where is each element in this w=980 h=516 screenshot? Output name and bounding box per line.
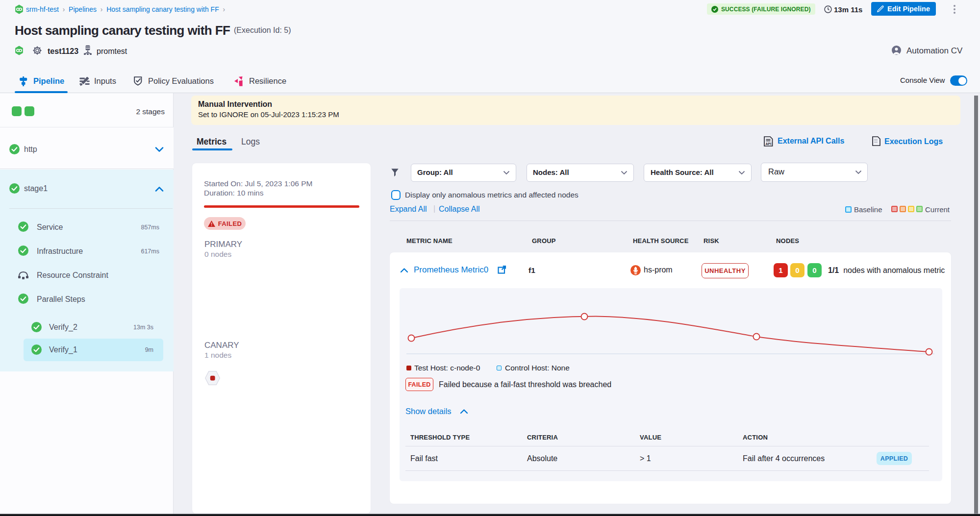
svg-text:API: API <box>765 142 771 146</box>
